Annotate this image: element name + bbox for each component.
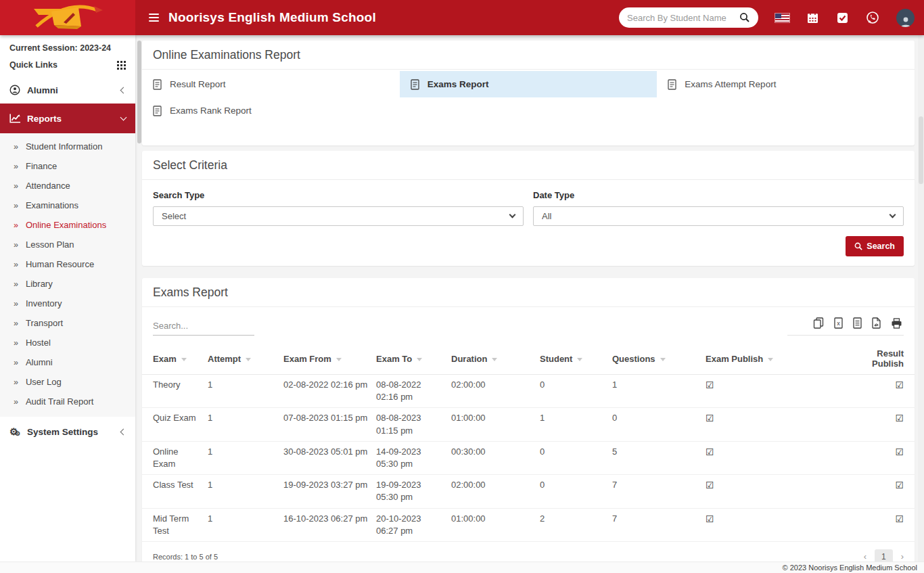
result-publish-checkbox[interactable]: ☑ — [895, 380, 904, 390]
document-icon — [153, 106, 162, 116]
submenu-online-examinations[interactable]: »Online Examinations — [0, 215, 135, 235]
submenu-label: Alumni — [26, 357, 53, 367]
cell-attempt: 1 — [208, 508, 283, 541]
col-header-student[interactable]: Student — [540, 343, 612, 375]
col-header-exam-to[interactable]: Exam To — [376, 343, 451, 375]
result-publish-checkbox[interactable]: ☑ — [895, 446, 904, 457]
svg-text:x: x — [837, 320, 840, 327]
search-icon[interactable] — [739, 12, 750, 23]
cell-questions: 7 — [612, 475, 706, 508]
search-icon — [854, 242, 862, 250]
submenu-arrow-icon: » — [14, 397, 18, 407]
csv-export-icon[interactable] — [853, 317, 862, 329]
main-content: Online Examinations Report Result Report… — [142, 35, 915, 572]
sort-caret-icon — [660, 358, 666, 361]
col-header-questions[interactable]: Questions — [612, 343, 706, 375]
sort-caret-icon — [336, 358, 342, 361]
cell-student: 0 — [540, 375, 612, 408]
submenu-label: Student Information — [26, 141, 102, 152]
exam-publish-checkbox[interactable]: ☑ — [706, 380, 714, 390]
pdf-export-icon[interactable] — [872, 317, 881, 329]
quick-links-label: Quick Links — [9, 60, 57, 70]
page-title: Online Examinations Report — [142, 41, 915, 70]
search-button[interactable]: Search — [846, 236, 904, 256]
whatsapp-icon[interactable] — [866, 11, 879, 24]
col-header-duration[interactable]: Duration — [451, 343, 540, 375]
attendance-check-icon[interactable] — [836, 12, 849, 24]
sidebar-item-alumni[interactable]: Alumni — [0, 76, 135, 104]
submenu-label: Library — [26, 279, 53, 289]
sidebar-scrollbar-thumb[interactable] — [137, 41, 141, 143]
grid-icon[interactable] — [117, 61, 126, 70]
submenu-examinations[interactable]: »Examinations — [0, 196, 135, 215]
sort-caret-icon — [492, 358, 497, 361]
cell-attempt: 1 — [208, 441, 283, 474]
student-search[interactable] — [619, 7, 758, 28]
document-icon — [153, 79, 162, 90]
table-search-input[interactable] — [153, 318, 254, 336]
col-header-exam-publish[interactable]: Exam Publish — [706, 343, 854, 375]
col-header-exam-from[interactable]: Exam From — [283, 343, 376, 375]
exam-publish-checkbox[interactable]: ☑ — [706, 480, 714, 490]
submenu-alumni[interactable]: »Alumni — [0, 352, 135, 372]
result-publish-checkbox[interactable]: ☑ — [895, 480, 904, 490]
date-type-select[interactable]: All — [533, 206, 904, 226]
submenu-user-log[interactable]: »User Log — [0, 372, 135, 392]
menu-toggle-icon[interactable] — [149, 14, 159, 22]
export-toolbar: x — [787, 317, 904, 336]
exam-publish-checkbox[interactable]: ☑ — [706, 413, 714, 423]
submenu-label: Examinations — [26, 200, 78, 210]
sidebar-item-system-settings[interactable]: ⚙⚙ System Settings — [0, 417, 135, 446]
cell-duration: 01:00:00 — [451, 408, 540, 441]
calendar-icon[interactable] — [806, 12, 819, 24]
col-header-result-publish[interactable]: Result Publish — [854, 343, 915, 375]
date-type-label: Date Type — [533, 190, 904, 200]
submenu-inventory[interactable]: »Inventory — [0, 294, 135, 313]
tab-exams-rank-report[interactable]: Exams Rank Report — [142, 97, 400, 124]
submenu-lesson-plan[interactable]: »Lesson Plan — [0, 235, 135, 254]
submenu-attendance[interactable]: »Attendance — [0, 176, 135, 196]
table-search[interactable] — [153, 318, 254, 336]
current-session-label: Current Session: 2023-24 — [9, 43, 126, 53]
student-search-input[interactable] — [627, 13, 739, 23]
tab-result-report[interactable]: Result Report — [142, 71, 400, 97]
tab-exams-report[interactable]: Exams Report — [400, 71, 657, 97]
submenu-transport[interactable]: »Transport — [0, 313, 135, 333]
pagination-next-icon[interactable]: › — [901, 551, 904, 561]
submenu-finance[interactable]: »Finance — [0, 156, 135, 176]
cell-questions: 0 — [612, 408, 706, 441]
page-scrollbar[interactable] — [918, 35, 924, 573]
search-button-label: Search — [867, 242, 895, 251]
submenu-audit-trail-report[interactable]: »Audit Trail Report — [0, 392, 135, 411]
gear-icon: ⚙⚙ — [9, 426, 27, 437]
language-flag-icon[interactable] — [775, 14, 789, 22]
page-scrollbar-thumb[interactable] — [919, 116, 923, 184]
submenu-label: Attendance — [26, 181, 70, 191]
exam-publish-checkbox[interactable]: ☑ — [706, 446, 714, 457]
sidebar-item-reports[interactable]: Reports — [0, 104, 135, 133]
sidebar-item-label: Alumni — [27, 85, 58, 95]
result-publish-checkbox[interactable]: ☑ — [895, 413, 904, 423]
cell-exam-to: 19-09-2023 05:30 pm — [376, 475, 451, 508]
exams-report-title: Exams Report — [142, 278, 915, 307]
result-publish-checkbox[interactable]: ☑ — [895, 513, 904, 524]
reports-submenu: »Student Information »Finance »Attendanc… — [0, 133, 135, 417]
submenu-arrow-icon: » — [14, 181, 18, 191]
pagination-prev-icon[interactable]: ‹ — [864, 551, 867, 561]
submenu-human-resource[interactable]: »Human Resource — [0, 254, 135, 274]
search-type-select[interactable]: Select — [153, 206, 524, 226]
quick-links[interactable]: Quick Links — [9, 60, 126, 70]
excel-export-icon[interactable]: x — [834, 317, 843, 329]
exam-publish-checkbox[interactable]: ☑ — [706, 513, 714, 524]
submenu-hostel[interactable]: »Hostel — [0, 333, 135, 352]
school-logo[interactable] — [0, 0, 135, 35]
user-avatar[interactable] — [896, 9, 915, 27]
copy-icon[interactable] — [813, 317, 824, 329]
submenu-student-information[interactable]: »Student Information — [0, 137, 135, 156]
submenu-library[interactable]: »Library — [0, 274, 135, 294]
tab-exams-attempt-report[interactable]: Exams Attempt Report — [657, 71, 915, 97]
col-header-exam[interactable]: Exam — [142, 343, 208, 375]
print-icon[interactable] — [891, 318, 902, 329]
tab-label: Result Report — [170, 79, 226, 89]
col-header-attempt[interactable]: Attempt — [208, 343, 283, 375]
